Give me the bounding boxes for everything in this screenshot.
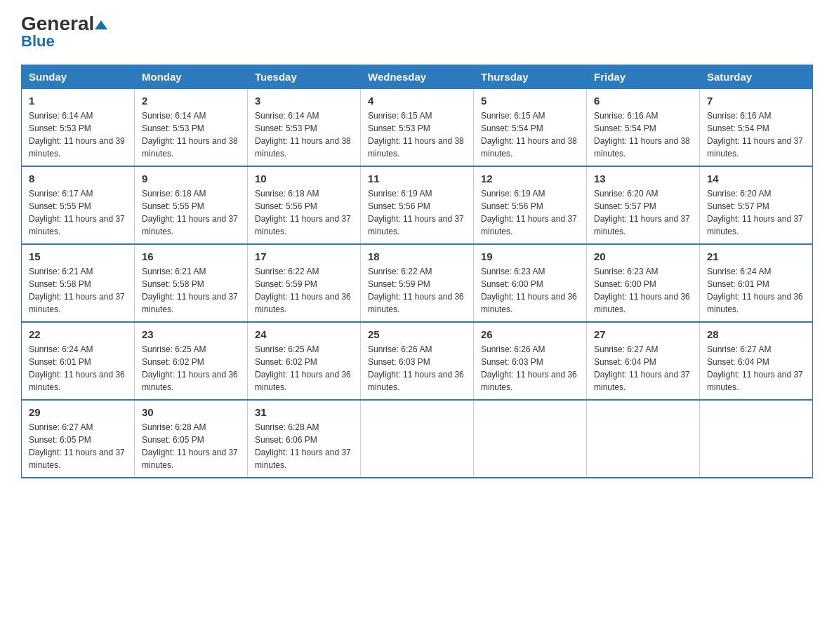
day-info: Sunrise: 6:14 AM Sunset: 5:53 PM Dayligh… (29, 109, 127, 160)
day-cell: 24 Sunrise: 6:25 AM Sunset: 6:02 PM Dayl… (248, 322, 361, 400)
day-cell: 27 Sunrise: 6:27 AM Sunset: 6:04 PM Dayl… (587, 322, 700, 400)
day-info: Sunrise: 6:22 AM Sunset: 5:59 PM Dayligh… (368, 265, 466, 316)
logo-general: General (21, 14, 107, 34)
day-cell: 28 Sunrise: 6:27 AM Sunset: 6:04 PM Dayl… (700, 322, 813, 400)
day-number: 15 (29, 250, 127, 262)
day-number: 30 (142, 406, 240, 418)
day-number: 29 (29, 406, 127, 418)
day-cell: 7 Sunrise: 6:16 AM Sunset: 5:54 PM Dayli… (700, 89, 813, 167)
day-cell (700, 400, 813, 478)
calendar-table: SundayMondayTuesdayWednesdayThursdayFrid… (21, 65, 813, 478)
day-info: Sunrise: 6:27 AM Sunset: 6:05 PM Dayligh… (29, 421, 127, 471)
day-number: 21 (707, 250, 805, 262)
day-number: 16 (142, 250, 240, 262)
day-info: Sunrise: 6:14 AM Sunset: 5:53 PM Dayligh… (255, 109, 353, 160)
day-number: 14 (707, 173, 805, 185)
week-row-4: 22 Sunrise: 6:24 AM Sunset: 6:01 PM Dayl… (22, 322, 813, 400)
day-info: Sunrise: 6:24 AM Sunset: 6:01 PM Dayligh… (29, 343, 127, 394)
week-row-2: 8 Sunrise: 6:17 AM Sunset: 5:55 PM Dayli… (22, 166, 813, 244)
day-cell: 18 Sunrise: 6:22 AM Sunset: 5:59 PM Dayl… (361, 244, 474, 322)
day-info: Sunrise: 6:20 AM Sunset: 5:57 PM Dayligh… (594, 187, 692, 238)
day-cell: 26 Sunrise: 6:26 AM Sunset: 6:03 PM Dayl… (474, 322, 587, 400)
day-cell: 17 Sunrise: 6:22 AM Sunset: 5:59 PM Dayl… (248, 244, 361, 322)
day-cell: 3 Sunrise: 6:14 AM Sunset: 5:53 PM Dayli… (248, 89, 361, 167)
day-cell: 29 Sunrise: 6:27 AM Sunset: 6:05 PM Dayl… (22, 400, 135, 478)
logo-blue-text: Blue (21, 32, 55, 51)
day-cell: 19 Sunrise: 6:23 AM Sunset: 6:00 PM Dayl… (474, 244, 587, 322)
day-cell: 2 Sunrise: 6:14 AM Sunset: 5:53 PM Dayli… (135, 89, 248, 167)
day-number: 31 (255, 406, 353, 418)
day-info: Sunrise: 6:20 AM Sunset: 5:57 PM Dayligh… (707, 187, 805, 238)
day-number: 11 (368, 173, 466, 185)
week-row-3: 15 Sunrise: 6:21 AM Sunset: 5:58 PM Dayl… (22, 244, 813, 322)
day-info: Sunrise: 6:25 AM Sunset: 6:02 PM Dayligh… (142, 343, 240, 394)
day-cell: 8 Sunrise: 6:17 AM Sunset: 5:55 PM Dayli… (22, 166, 135, 244)
day-number: 22 (29, 328, 127, 340)
day-number: 28 (707, 328, 805, 340)
day-number: 23 (142, 328, 240, 340)
day-number: 19 (481, 250, 579, 262)
day-cell: 5 Sunrise: 6:15 AM Sunset: 5:54 PM Dayli… (474, 89, 587, 167)
day-cell: 10 Sunrise: 6:18 AM Sunset: 5:56 PM Dayl… (248, 166, 361, 244)
day-cell: 20 Sunrise: 6:23 AM Sunset: 6:00 PM Dayl… (587, 244, 700, 322)
day-number: 3 (255, 95, 353, 107)
day-cell: 21 Sunrise: 6:24 AM Sunset: 6:01 PM Dayl… (700, 244, 813, 322)
day-info: Sunrise: 6:27 AM Sunset: 6:04 PM Dayligh… (707, 343, 805, 394)
week-row-1: 1 Sunrise: 6:14 AM Sunset: 5:53 PM Dayli… (22, 89, 813, 167)
day-info: Sunrise: 6:15 AM Sunset: 5:53 PM Dayligh… (368, 109, 466, 160)
header-monday: Monday (135, 65, 248, 89)
day-number: 26 (481, 328, 579, 340)
day-info: Sunrise: 6:23 AM Sunset: 6:00 PM Dayligh… (594, 265, 692, 316)
day-info: Sunrise: 6:18 AM Sunset: 5:56 PM Dayligh… (255, 187, 353, 238)
week-row-5: 29 Sunrise: 6:27 AM Sunset: 6:05 PM Dayl… (22, 400, 813, 478)
day-number: 24 (255, 328, 353, 340)
day-info: Sunrise: 6:23 AM Sunset: 6:00 PM Dayligh… (481, 265, 579, 316)
header-sunday: Sunday (22, 65, 135, 89)
day-cell (361, 400, 474, 478)
day-info: Sunrise: 6:19 AM Sunset: 5:56 PM Dayligh… (481, 187, 579, 238)
day-cell: 9 Sunrise: 6:18 AM Sunset: 5:55 PM Dayli… (135, 166, 248, 244)
day-info: Sunrise: 6:26 AM Sunset: 6:03 PM Dayligh… (368, 343, 466, 394)
day-info: Sunrise: 6:24 AM Sunset: 6:01 PM Dayligh… (707, 265, 805, 316)
day-number: 7 (707, 95, 805, 107)
day-cell: 12 Sunrise: 6:19 AM Sunset: 5:56 PM Dayl… (474, 166, 587, 244)
day-info: Sunrise: 6:25 AM Sunset: 6:02 PM Dayligh… (255, 343, 353, 394)
day-cell: 31 Sunrise: 6:28 AM Sunset: 6:06 PM Dayl… (248, 400, 361, 478)
header-friday: Friday (587, 65, 700, 89)
day-info: Sunrise: 6:15 AM Sunset: 5:54 PM Dayligh… (481, 109, 579, 160)
day-number: 10 (255, 173, 353, 185)
day-number: 18 (368, 250, 466, 262)
day-info: Sunrise: 6:14 AM Sunset: 5:53 PM Dayligh… (142, 109, 240, 160)
day-info: Sunrise: 6:21 AM Sunset: 5:58 PM Dayligh… (142, 265, 240, 316)
day-info: Sunrise: 6:26 AM Sunset: 6:03 PM Dayligh… (481, 343, 579, 394)
day-cell (587, 400, 700, 478)
day-info: Sunrise: 6:22 AM Sunset: 5:59 PM Dayligh… (255, 265, 353, 316)
day-cell: 15 Sunrise: 6:21 AM Sunset: 5:58 PM Dayl… (22, 244, 135, 322)
page-header: General Blue (21, 14, 813, 51)
day-number: 2 (142, 95, 240, 107)
day-cell: 30 Sunrise: 6:28 AM Sunset: 6:05 PM Dayl… (135, 400, 248, 478)
day-info: Sunrise: 6:28 AM Sunset: 6:06 PM Dayligh… (255, 421, 353, 471)
day-info: Sunrise: 6:27 AM Sunset: 6:04 PM Dayligh… (594, 343, 692, 394)
day-cell: 1 Sunrise: 6:14 AM Sunset: 5:53 PM Dayli… (22, 89, 135, 167)
day-info: Sunrise: 6:17 AM Sunset: 5:55 PM Dayligh… (29, 187, 127, 238)
day-cell: 4 Sunrise: 6:15 AM Sunset: 5:53 PM Dayli… (361, 89, 474, 167)
header-saturday: Saturday (700, 65, 813, 89)
day-cell: 6 Sunrise: 6:16 AM Sunset: 5:54 PM Dayli… (587, 89, 700, 167)
day-info: Sunrise: 6:16 AM Sunset: 5:54 PM Dayligh… (707, 109, 805, 160)
day-cell: 22 Sunrise: 6:24 AM Sunset: 6:01 PM Dayl… (22, 322, 135, 400)
day-info: Sunrise: 6:21 AM Sunset: 5:58 PM Dayligh… (29, 265, 127, 316)
day-number: 12 (481, 173, 579, 185)
day-number: 6 (594, 95, 692, 107)
day-number: 13 (594, 173, 692, 185)
day-number: 8 (29, 173, 127, 185)
logo: General Blue (21, 14, 107, 51)
day-cell: 25 Sunrise: 6:26 AM Sunset: 6:03 PM Dayl… (361, 322, 474, 400)
calendar-header-row: SundayMondayTuesdayWednesdayThursdayFrid… (22, 65, 813, 89)
day-number: 17 (255, 250, 353, 262)
header-thursday: Thursday (474, 65, 587, 89)
day-number: 4 (368, 95, 466, 107)
day-cell: 23 Sunrise: 6:25 AM Sunset: 6:02 PM Dayl… (135, 322, 248, 400)
header-wednesday: Wednesday (361, 65, 474, 89)
header-tuesday: Tuesday (248, 65, 361, 89)
